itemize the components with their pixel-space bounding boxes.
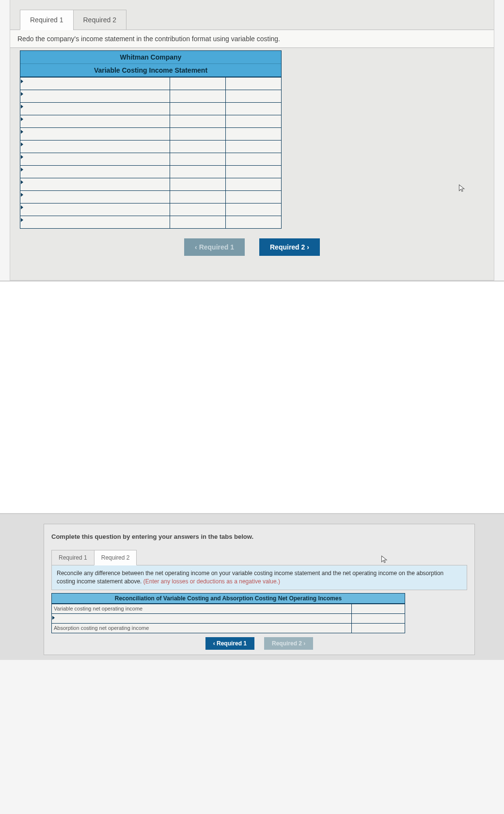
table2-header: Reconciliation of Variable Costing and A… <box>51 593 405 604</box>
description-cell[interactable] <box>20 115 170 128</box>
table-row <box>20 128 282 141</box>
value-cell[interactable] <box>226 204 282 216</box>
reconciliation-table: Reconciliation of Variable Costing and A… <box>51 593 405 633</box>
question-panel-2-outer: Complete this question by entering your … <box>0 514 504 660</box>
description-cell[interactable]: Absorption costing net operating income <box>52 623 352 633</box>
dropdown-tick-icon <box>21 130 23 134</box>
tab2-required-1[interactable]: Required 1 <box>51 550 94 565</box>
description-cell[interactable] <box>20 204 170 216</box>
table-row: Absorption costing net operating income <box>52 623 405 633</box>
value-cell[interactable] <box>170 166 226 178</box>
value-cell[interactable] <box>170 191 226 204</box>
table-row <box>20 178 282 191</box>
value-cell[interactable] <box>226 78 282 90</box>
value-cell[interactable] <box>352 613 405 623</box>
nav-buttons-2: ‹ Required 1 Required 2 › <box>51 637 467 650</box>
value-cell[interactable] <box>226 191 282 204</box>
table-row <box>20 204 282 216</box>
tab-required-1[interactable]: Required 1 <box>20 10 74 30</box>
value-cell[interactable] <box>170 178 226 191</box>
dropdown-tick-icon <box>21 193 23 197</box>
value-cell[interactable] <box>170 128 226 141</box>
value-cell[interactable] <box>226 128 282 141</box>
dropdown-tick-icon <box>21 205 23 209</box>
description-cell[interactable] <box>20 166 170 178</box>
table-row <box>20 90 282 103</box>
panel2-intro: Complete this question by entering your … <box>51 533 467 540</box>
table-row <box>20 115 282 128</box>
question-panel-2: Complete this question by entering your … <box>44 524 475 655</box>
instruction-2-hint: (Enter any losses or deductions as a neg… <box>143 578 280 585</box>
table-row <box>20 78 282 90</box>
value-cell[interactable] <box>226 178 282 191</box>
nav-buttons: ‹ Required 1 Required 2 › <box>10 238 494 256</box>
value-cell[interactable] <box>170 90 226 103</box>
table-row <box>20 141 282 153</box>
description-cell[interactable] <box>52 613 352 623</box>
tab-row-2: Required 1 Required 2 <box>51 550 467 565</box>
table-title-statement: Variable Costing Income Statement <box>20 63 281 77</box>
description-cell[interactable] <box>20 216 170 229</box>
prev-required-button-2[interactable]: ‹ Required 1 <box>205 637 254 650</box>
dropdown-tick-icon <box>21 155 23 159</box>
value-cell[interactable] <box>226 216 282 229</box>
value-cell[interactable] <box>226 153 282 166</box>
description-cell[interactable] <box>20 153 170 166</box>
tab-required-2[interactable]: Required 2 <box>73 10 127 30</box>
tab2-required-2[interactable]: Required 2 <box>94 550 137 565</box>
dropdown-tick-icon <box>21 142 23 146</box>
value-cell[interactable] <box>170 153 226 166</box>
value-cell[interactable] <box>352 604 405 613</box>
dropdown-tick-icon <box>52 616 55 620</box>
value-cell[interactable] <box>226 166 282 178</box>
description-cell[interactable] <box>20 141 170 153</box>
table-title-company: Whitman Company <box>20 51 281 63</box>
description-cell[interactable] <box>20 103 170 115</box>
value-cell[interactable] <box>226 103 282 115</box>
worksheet-table: Whitman Company Variable Costing Income … <box>20 50 282 229</box>
tab-row: Required 1 Required 2 <box>10 0 494 30</box>
dropdown-tick-icon <box>21 92 23 96</box>
table-row <box>20 153 282 166</box>
table-row <box>20 166 282 178</box>
table-row: Variable costing net operating income <box>52 604 405 613</box>
value-cell[interactable] <box>170 103 226 115</box>
value-cell[interactable] <box>226 141 282 153</box>
value-cell[interactable] <box>226 90 282 103</box>
value-cell[interactable] <box>352 623 405 633</box>
next-required-button[interactable]: Required 2 › <box>259 238 320 256</box>
value-cell[interactable] <box>170 204 226 216</box>
value-cell[interactable] <box>170 141 226 153</box>
table-row <box>52 613 405 623</box>
cursor-icon <box>381 555 388 564</box>
description-cell[interactable]: Variable costing net operating income <box>52 604 352 613</box>
page-gap <box>0 281 504 514</box>
next-required-button-2[interactable]: Required 2 › <box>264 637 313 650</box>
question-panel-1: Required 1 Required 2 Redo the company's… <box>10 0 494 281</box>
dropdown-tick-icon <box>21 117 23 121</box>
value-cell[interactable] <box>226 115 282 128</box>
value-cell[interactable] <box>170 78 226 90</box>
instruction-bar: Redo the company's income statement in t… <box>10 30 494 48</box>
dropdown-tick-icon <box>21 180 23 184</box>
description-cell[interactable] <box>20 178 170 191</box>
dropdown-tick-icon <box>21 79 23 83</box>
value-cell[interactable] <box>170 216 226 229</box>
dropdown-tick-icon <box>21 105 23 109</box>
instruction-bar-2: Reconcile any difference between the net… <box>51 565 467 590</box>
description-cell[interactable] <box>20 78 170 90</box>
table-row <box>20 191 282 204</box>
description-cell[interactable] <box>20 90 170 103</box>
cursor-icon <box>458 184 465 193</box>
prev-required-button[interactable]: ‹ Required 1 <box>184 238 245 256</box>
description-cell[interactable] <box>20 191 170 204</box>
description-cell[interactable] <box>20 128 170 141</box>
table-row <box>20 103 282 115</box>
dropdown-tick-icon <box>21 218 23 222</box>
value-cell[interactable] <box>170 115 226 128</box>
table-row <box>20 216 282 229</box>
dropdown-tick-icon <box>21 168 23 172</box>
